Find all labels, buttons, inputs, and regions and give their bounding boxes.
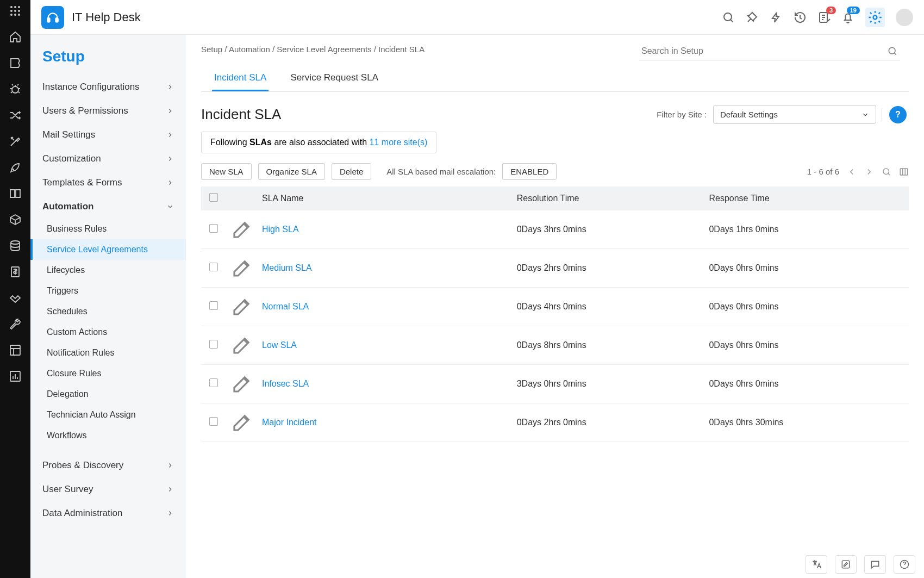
search-setup[interactable] bbox=[639, 42, 900, 60]
cat-probes-discovery[interactable]: Probes & Discovery bbox=[30, 453, 186, 477]
cat-mail-settings[interactable]: Mail Settings bbox=[30, 123, 186, 147]
cat-user-survey[interactable]: User Survey bbox=[30, 477, 186, 501]
cat-automation[interactable]: Automation bbox=[30, 195, 186, 219]
new-sla-button[interactable]: New SLA bbox=[201, 163, 252, 180]
select-all-checkbox[interactable] bbox=[209, 193, 218, 202]
edit-icon[interactable] bbox=[230, 295, 253, 318]
paging-text: 1 - 6 of 6 bbox=[807, 167, 839, 176]
app-logo-icon bbox=[41, 6, 64, 29]
search-icon[interactable] bbox=[722, 11, 735, 24]
edit-icon[interactable] bbox=[230, 411, 253, 434]
apps-grid-icon[interactable] bbox=[9, 4, 22, 17]
row-checkbox[interactable] bbox=[209, 417, 218, 426]
help-icon[interactable] bbox=[894, 555, 915, 574]
bolt-icon[interactable] bbox=[770, 11, 783, 24]
gear-icon[interactable] bbox=[865, 8, 885, 27]
compose-icon[interactable] bbox=[835, 555, 857, 574]
sub-workflows[interactable]: Workflows bbox=[30, 425, 186, 446]
row-checkbox[interactable] bbox=[209, 224, 218, 233]
avatar[interactable] bbox=[896, 9, 913, 26]
cat-label: Instance Configurations bbox=[42, 82, 140, 92]
search-setup-input[interactable] bbox=[641, 46, 887, 56]
sub-custom-actions[interactable]: Custom Actions bbox=[30, 322, 186, 343]
help-button[interactable]: ? bbox=[889, 106, 907, 123]
row-checkbox[interactable] bbox=[209, 340, 218, 349]
cat-label: Templates & Forms bbox=[42, 177, 122, 188]
row-checkbox[interactable] bbox=[209, 301, 218, 310]
sub-business-rules[interactable]: Business Rules bbox=[30, 219, 186, 239]
cat-instance-configurations[interactable]: Instance Configurations bbox=[30, 75, 186, 99]
crumb-sla[interactable]: Service Level Agreements bbox=[277, 45, 371, 54]
layout-icon[interactable] bbox=[9, 344, 22, 357]
edit-icon[interactable] bbox=[230, 334, 253, 357]
sub-lifecycles[interactable]: Lifecycles bbox=[30, 260, 186, 281]
sub-delegation[interactable]: Delegation bbox=[30, 384, 186, 405]
book-icon[interactable] bbox=[9, 187, 22, 200]
sla-name-link[interactable]: Low SLA bbox=[258, 326, 513, 365]
tools-icon[interactable] bbox=[9, 135, 22, 148]
filter-label: Filter by Site : bbox=[657, 110, 707, 119]
filter-site-dropdown[interactable]: Default Settings bbox=[713, 105, 876, 124]
tab-service-request-sla[interactable]: Service Request SLA bbox=[288, 66, 380, 91]
tab-incident-sla[interactable]: Incident SLA bbox=[212, 66, 269, 91]
col-resolution[interactable]: Resolution Time bbox=[513, 187, 705, 210]
history-icon[interactable] bbox=[794, 11, 807, 24]
cat-data-administration[interactable]: Data Administration bbox=[30, 501, 186, 525]
language-icon[interactable] bbox=[806, 555, 827, 574]
sla-name-link[interactable]: Medium SLA bbox=[258, 249, 513, 288]
response-cell: 0Days 0hrs 0mins bbox=[704, 288, 909, 326]
organize-sla-button[interactable]: Organize SLA bbox=[258, 163, 325, 180]
resolution-cell: 0Days 3hrs 0mins bbox=[513, 210, 705, 249]
sub-closure-rules[interactable]: Closure Rules bbox=[30, 363, 186, 384]
edit-icon[interactable] bbox=[230, 257, 253, 279]
cube-icon[interactable] bbox=[9, 213, 22, 226]
sla-name-link[interactable]: Normal SLA bbox=[258, 288, 513, 326]
sub-notification-rules[interactable]: Notification Rules bbox=[30, 343, 186, 363]
sla-name-link[interactable]: Infosec SLA bbox=[258, 365, 513, 403]
cat-users-permissions[interactable]: Users & Permissions bbox=[30, 99, 186, 123]
col-name[interactable]: SLA Name bbox=[258, 187, 513, 210]
crumb-setup[interactable]: Setup bbox=[201, 45, 222, 54]
rocket-icon[interactable] bbox=[9, 161, 22, 174]
table-row: High SLA0Days 3hrs 0mins0Days 1hrs 0mins bbox=[201, 210, 909, 249]
paging: 1 - 6 of 6 bbox=[807, 167, 909, 177]
col-response[interactable]: Response Time bbox=[704, 187, 909, 210]
chevron-down-icon bbox=[166, 203, 174, 210]
columns-icon[interactable] bbox=[899, 167, 909, 177]
sub-technician-auto-assign[interactable]: Technician Auto Assign bbox=[30, 405, 186, 425]
chat-icon[interactable] bbox=[864, 555, 886, 574]
svg-point-9 bbox=[12, 86, 18, 93]
next-page-icon[interactable] bbox=[864, 167, 874, 177]
cat-customization[interactable]: Customization bbox=[30, 147, 186, 171]
edit-icon[interactable] bbox=[230, 218, 253, 241]
sla-name-link[interactable]: High SLA bbox=[258, 210, 513, 249]
sub-service-level-agreements[interactable]: Service Level Agreements bbox=[30, 239, 186, 260]
bug-icon[interactable] bbox=[9, 83, 22, 96]
sub-schedules[interactable]: Schedules bbox=[30, 301, 186, 322]
table-search-icon[interactable] bbox=[882, 167, 891, 177]
chart-icon[interactable] bbox=[9, 370, 22, 383]
mail-escalation-toggle[interactable]: ENABLED bbox=[502, 163, 557, 180]
bell-icon[interactable]: 19 bbox=[841, 11, 854, 24]
sla-name-link[interactable]: Major Incident bbox=[258, 403, 513, 442]
more-sites-link[interactable]: 11 more site(s) bbox=[370, 138, 428, 147]
database-icon[interactable] bbox=[9, 239, 22, 252]
wrench-icon[interactable] bbox=[9, 318, 22, 331]
row-checkbox[interactable] bbox=[209, 378, 218, 387]
row-checkbox[interactable] bbox=[209, 263, 218, 271]
tasks-icon[interactable]: 3 bbox=[817, 11, 831, 24]
prev-page-icon[interactable] bbox=[847, 167, 857, 177]
shuffle-icon[interactable] bbox=[9, 109, 22, 122]
pin-icon[interactable] bbox=[746, 11, 759, 24]
app-rail bbox=[0, 0, 30, 578]
home-icon[interactable] bbox=[9, 30, 22, 43]
delete-button[interactable]: Delete bbox=[332, 163, 371, 180]
cat-templates-forms[interactable]: Templates & Forms bbox=[30, 171, 186, 195]
crumb-automation[interactable]: Automation bbox=[229, 45, 270, 54]
invoice-icon[interactable] bbox=[9, 265, 22, 278]
edit-icon[interactable] bbox=[230, 372, 253, 395]
sub-triggers[interactable]: Triggers bbox=[30, 281, 186, 301]
handshake-icon[interactable] bbox=[9, 291, 22, 304]
tasks-badge: 3 bbox=[826, 7, 836, 14]
ticket-icon[interactable] bbox=[9, 57, 22, 70]
